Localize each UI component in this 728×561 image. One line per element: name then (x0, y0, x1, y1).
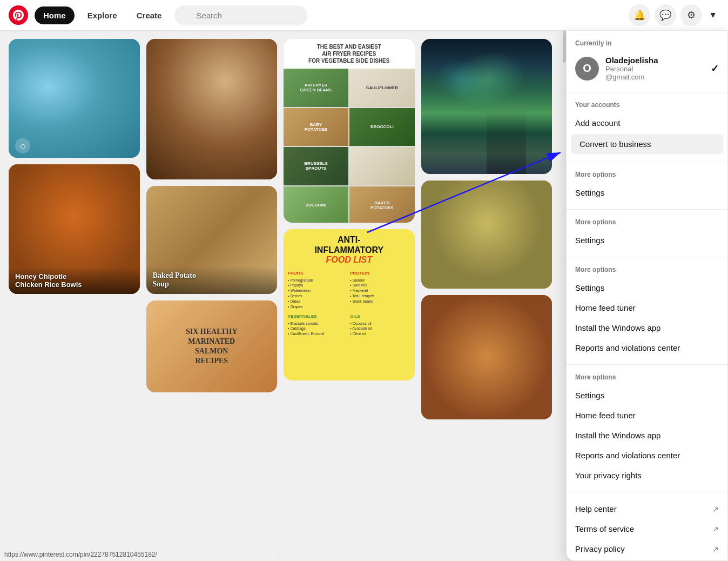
navbar: Home Explore Create 🔍 🔔 💬 ⚙ ▼ (0, 0, 728, 30)
install-windows-app-item-1[interactable]: Install the Windows app (567, 318, 727, 338)
currently-in-label: Currently in (567, 37, 727, 51)
settings-item-3[interactable]: Settings (567, 278, 727, 298)
pinterest-logo[interactable] (9, 5, 28, 25)
add-account-item[interactable]: Add account (567, 113, 727, 133)
privacy-rights-item[interactable]: Your privacy rights (567, 465, 727, 485)
messages-button[interactable]: 💬 (655, 4, 676, 26)
search-input[interactable] (174, 5, 307, 25)
notifications-button[interactable]: 🔔 (629, 4, 650, 26)
settings-item-1[interactable]: Settings (567, 183, 727, 203)
terms-label: Terms of service (575, 524, 634, 533)
currently-in-section: Currently in O Oladejoelisha Personal @g… (567, 31, 727, 92)
settings-button[interactable]: ⚙ (680, 4, 702, 26)
explore-button[interactable]: Explore (81, 6, 124, 24)
pin-card[interactable]: THE BEST AND EASIESTAIR FRYER RECIPESFOR… (284, 39, 415, 223)
feed-column-2: Baked PotatoSoup SIX HEALTHYMARINATEDSAL… (146, 39, 278, 552)
more-options-label-2: More options (567, 216, 727, 230)
feed-column-3: THE BEST AND EASIESTAIR FRYER RECIPESFOR… (284, 39, 415, 552)
status-url: https://www.pinterest.com/pin/2227875128… (4, 551, 157, 558)
your-accounts-label: Your accounts (567, 99, 727, 113)
more-options-section-2: More options Settings (567, 210, 727, 257)
feed-column-4 (421, 39, 552, 552)
terms-of-service-item[interactable]: Terms of service ↗ (567, 519, 727, 539)
pin-card[interactable] (146, 39, 278, 179)
pin-label: Honey ChipotleChicken Rice Bowls (15, 272, 133, 289)
pin-card[interactable] (421, 295, 552, 419)
create-button[interactable]: Create (130, 6, 168, 24)
checkmark-icon: ✓ (711, 63, 719, 75)
install-windows-app-item-2[interactable]: Install the Windows app (567, 425, 727, 445)
settings-item-4[interactable]: Settings (567, 385, 727, 405)
more-options-label-1: More options (567, 169, 727, 183)
external-link-icon: ↗ (712, 505, 719, 513)
reports-violations-item-2[interactable]: Reports and violations center (567, 445, 727, 465)
more-options-label-4: More options (567, 371, 727, 385)
home-feed-tuner-item-1[interactable]: Home feed tuner (567, 298, 727, 318)
nav-right: 🔔 💬 ⚙ ▼ (629, 4, 719, 26)
feed-column-1: ◇ Honey ChipotleChicken Rice Bowls (9, 39, 140, 552)
pin-card[interactable]: ◇ (9, 39, 140, 158)
privacy-policy-label: Privacy policy (575, 544, 625, 553)
external-link-icon-3: ↗ (712, 545, 719, 553)
pin-card[interactable] (421, 39, 552, 174)
bottom-links-section: Help center ↗ Terms of service ↗ Privacy… (567, 492, 727, 561)
more-options-section-4: More options Settings Home feed tuner In… (567, 365, 727, 492)
pin-card[interactable] (421, 181, 552, 289)
your-accounts-section: Your accounts Add account Convert to bus… (567, 92, 727, 162)
privacy-policy-item[interactable]: Privacy policy ↗ (567, 539, 727, 559)
account-avatar: O (575, 57, 599, 81)
search-container: 🔍 (174, 5, 498, 25)
account-type: Personal (605, 65, 704, 73)
pin-label: Baked PotatoSoup (153, 271, 271, 289)
home-feed-tuner-item-2[interactable]: Home feed tuner (567, 405, 727, 425)
account-name: Oladejoelisha (605, 56, 704, 65)
account-info: Oladejoelisha Personal @gmail.com (605, 56, 704, 81)
account-email: @gmail.com (605, 73, 704, 81)
more-options-section-3: More options Settings Home feed tuner In… (567, 257, 727, 365)
pin-card[interactable]: Honey ChipotleChicken Rice Bowls (9, 164, 140, 294)
dropdown-panel: Currently in O Oladejoelisha Personal @g… (566, 30, 728, 561)
account-chevron[interactable]: ▼ (706, 8, 719, 22)
feed-container: ◇ Honey ChipotleChicken Rice Bowls Baked… (0, 30, 561, 561)
external-link-icon-2: ↗ (712, 525, 719, 533)
convert-to-business-item[interactable]: Convert to business (571, 134, 723, 154)
current-account-item[interactable]: O Oladejoelisha Personal @gmail.com ✓ (567, 51, 727, 85)
home-button[interactable]: Home (35, 6, 75, 24)
help-center-item[interactable]: Help center ↗ (567, 499, 727, 519)
settings-item-2[interactable]: Settings (567, 230, 727, 250)
pin-card[interactable]: ANTI-INFLAMMATORY FOOD LIST FRUITS • Pom… (284, 229, 415, 380)
more-options-section-1: More options Settings (567, 162, 727, 210)
help-center-label: Help center (575, 504, 617, 513)
more-options-label-3: More options (567, 264, 727, 278)
pin-card[interactable]: Baked PotatoSoup (146, 186, 278, 294)
pin-card[interactable]: SIX HEALTHYMARINATEDSALMONRECIPES (146, 300, 278, 392)
reports-violations-item-1[interactable]: Reports and violations center (567, 338, 727, 358)
